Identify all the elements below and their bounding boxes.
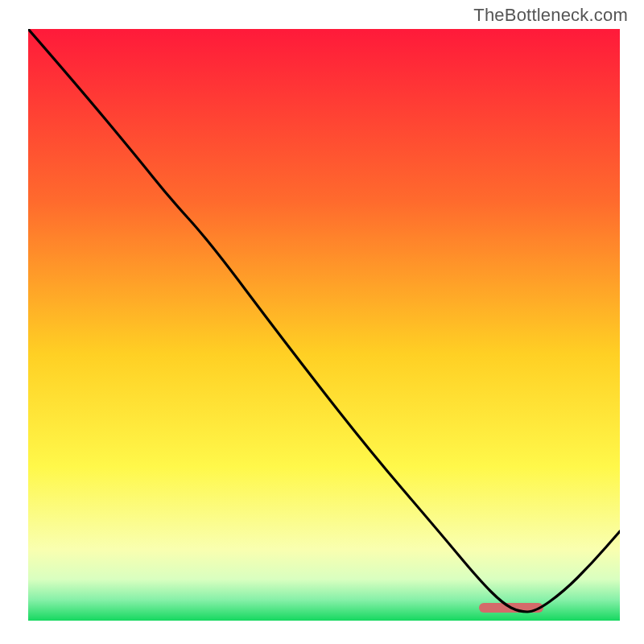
chart-background bbox=[28, 29, 620, 621]
watermark-text: TheBottleneck.com bbox=[473, 5, 628, 26]
bottleneck-chart bbox=[28, 29, 620, 621]
chart-container: TheBottleneck.com bbox=[0, 0, 644, 644]
